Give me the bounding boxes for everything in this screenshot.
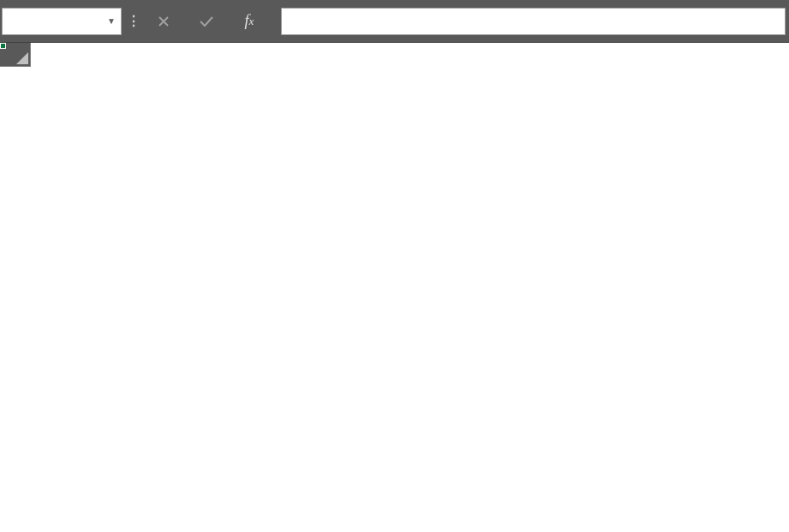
formula-buttons: fx: [142, 8, 271, 35]
chevron-down-icon: ▼: [107, 16, 116, 26]
sheet-area: [0, 43, 789, 532]
cancel-icon[interactable]: [142, 8, 185, 35]
formula-bar: ▼ ⋮ fx: [0, 0, 789, 43]
select-all-triangle-icon: [16, 52, 28, 64]
separator: ⋮: [127, 13, 137, 29]
accept-icon[interactable]: [185, 8, 228, 35]
fx-icon[interactable]: fx: [228, 8, 271, 35]
formula-input[interactable]: [281, 8, 786, 35]
select-all-corner[interactable]: [0, 43, 31, 67]
name-box[interactable]: ▼: [2, 8, 122, 35]
